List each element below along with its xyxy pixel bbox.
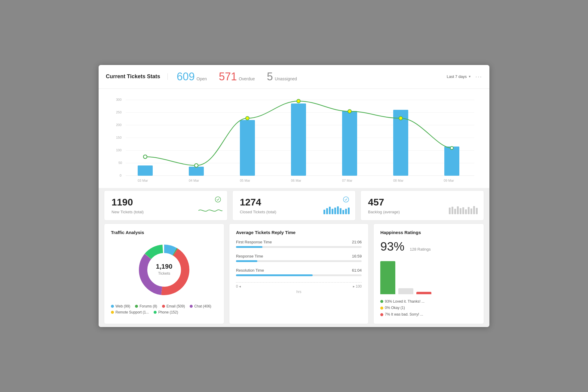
- happiness-card: Happiness Ratings 93% 128 Ratings 93% Lo…: [373, 224, 484, 324]
- new-tickets-number: 1190: [112, 197, 220, 208]
- hleg-bad: 7% It was bad. Sorry! ...: [380, 311, 477, 318]
- bar-09mar: [444, 147, 459, 176]
- response-time-label: Response Time: [236, 254, 263, 258]
- svg-rect-33: [468, 207, 470, 214]
- response-time-header: Response Time 16:59: [236, 254, 362, 258]
- more-options-button[interactable]: ···: [475, 73, 482, 80]
- x-label-06mar: 06 Mar: [291, 179, 302, 182]
- legend-dot-forums: [135, 305, 138, 308]
- chart-section: 300 250 200 150 100 50 0: [99, 89, 489, 188]
- svg-rect-16: [323, 210, 325, 214]
- svg-rect-24: [345, 209, 347, 214]
- donut-label: Tickets: [158, 271, 170, 276]
- svg-rect-27: [452, 207, 453, 214]
- legend-forums: Forums (8): [135, 304, 157, 308]
- hleg-ok: 0% Okay (1): [380, 305, 477, 311]
- new-tickets-card: 1190 New Tickets (total): [104, 190, 228, 221]
- response-time-value: 16:59: [352, 254, 362, 258]
- svg-text:300: 300: [116, 98, 121, 101]
- legend-label-email: Email (509): [167, 304, 185, 308]
- dot-06mar: [297, 99, 300, 103]
- svg-text:250: 250: [116, 110, 121, 114]
- first-response-label: First Response Time: [236, 240, 272, 244]
- response-time-bar-bg: [236, 260, 362, 262]
- axis-row: 0 ◂ ▸ 100: [236, 282, 362, 289]
- legend-label-phone: Phone (152): [158, 310, 178, 314]
- legend-dot-chat: [190, 305, 193, 308]
- dot-04mar: [194, 164, 198, 167]
- svg-point-14: [215, 197, 221, 202]
- happiness-bar-bad: [416, 292, 431, 294]
- stats-cards-row: 1190 New Tickets (total) 1274 Closed Tic…: [99, 190, 489, 224]
- svg-rect-21: [337, 206, 339, 214]
- svg-text:200: 200: [116, 123, 121, 127]
- svg-point-15: [343, 197, 349, 202]
- closed-tickets-bar-mini: [323, 205, 351, 215]
- legend-chat: Chat (406): [190, 304, 211, 308]
- legend-label-chat: Chat (406): [194, 304, 211, 308]
- chart-area: 300 250 200 150 100 50 0: [108, 95, 480, 185]
- bar-07mar: [342, 111, 357, 176]
- svg-text:100: 100: [116, 148, 121, 152]
- overdue-stat: 571 Overdue: [219, 70, 255, 83]
- donut-chart-wrap: 1,190 Tickets: [111, 240, 217, 300]
- bar-03mar: [138, 165, 153, 176]
- axis-start: 0 ◂: [236, 284, 241, 289]
- hleg-label-good: 93% Loved it. Thanks! ...: [385, 298, 424, 305]
- happiness-bars: [380, 258, 477, 294]
- legend-label-remote: Remote Support (1...: [115, 310, 149, 314]
- x-label-05mar: 05 Mar: [240, 179, 250, 182]
- open-label: Open: [197, 76, 207, 81]
- svg-rect-25: [348, 208, 350, 214]
- check-circle-icon-2: [343, 196, 349, 204]
- hleg-good: 93% Loved it. Thanks! ...: [380, 298, 477, 305]
- legend-dot-email: [162, 305, 165, 308]
- dot-09mar: [450, 147, 453, 150]
- legend-dot-phone: [154, 311, 157, 314]
- resolution-time-label: Resolution Time: [236, 268, 264, 273]
- resolution-time-value: 61:04: [352, 268, 362, 273]
- hleg-dot-ok: [380, 307, 383, 310]
- avg-reply-card: Average Tickets Reply Time First Respons…: [229, 224, 369, 324]
- main-chart-svg: 300 250 200 150 100 50 0: [108, 95, 480, 185]
- resolution-time-row: Resolution Time 61:04: [236, 268, 362, 276]
- happiness-legend: 93% Loved it. Thanks! ... 0% Okay (1) 7%…: [380, 298, 477, 318]
- svg-rect-29: [457, 206, 459, 214]
- legend-dot-remote: [111, 311, 114, 314]
- header: Current Tickets Stats 609 Open 571 Overd…: [99, 65, 489, 89]
- unassigned-stat: 5 Unassigned: [267, 70, 297, 83]
- new-tickets-wavy: [198, 207, 222, 215]
- closed-tickets-card: 1274 Closed Tickets (total): [232, 190, 356, 221]
- first-response-value: 21:06: [352, 240, 362, 244]
- svg-rect-36: [476, 208, 478, 214]
- response-time-bar-fill: [236, 260, 257, 262]
- svg-rect-30: [460, 208, 461, 214]
- bar-06mar: [291, 103, 306, 176]
- time-filter-label: Last 7 days: [447, 74, 467, 79]
- svg-rect-19: [332, 209, 333, 214]
- unassigned-label: Unassigned: [275, 76, 297, 81]
- svg-rect-35: [473, 206, 475, 214]
- happiness-pct: 93%: [380, 240, 404, 253]
- svg-rect-22: [340, 208, 341, 214]
- axis-end: ▸ 100: [353, 284, 362, 289]
- svg-rect-17: [326, 208, 328, 214]
- svg-rect-28: [454, 209, 456, 214]
- legend-dot-web: [111, 305, 114, 308]
- check-circle-icon: [215, 196, 221, 204]
- avg-reply-title: Average Tickets Reply Time: [236, 230, 362, 235]
- first-response-bar-bg: [236, 246, 362, 248]
- x-label-04mar: 04 Mar: [189, 179, 199, 182]
- svg-rect-23: [342, 210, 344, 214]
- hleg-label-ok: 0% Okay (1): [385, 305, 405, 311]
- legend-phone: Phone (152): [154, 310, 178, 314]
- traffic-title: Traffic Analysis: [111, 230, 217, 235]
- time-filter-button[interactable]: Last 7 days ▼: [447, 74, 471, 79]
- legend-web: Web (99): [111, 304, 130, 308]
- svg-rect-26: [449, 208, 451, 214]
- bar-04mar: [189, 167, 204, 176]
- hleg-label-bad: 7% It was bad. Sorry! ...: [385, 311, 423, 318]
- backlog-bar-mini: [449, 205, 479, 215]
- backlog-card: 457 Backlog (average): [360, 190, 484, 221]
- legend-email: Email (509): [162, 304, 185, 308]
